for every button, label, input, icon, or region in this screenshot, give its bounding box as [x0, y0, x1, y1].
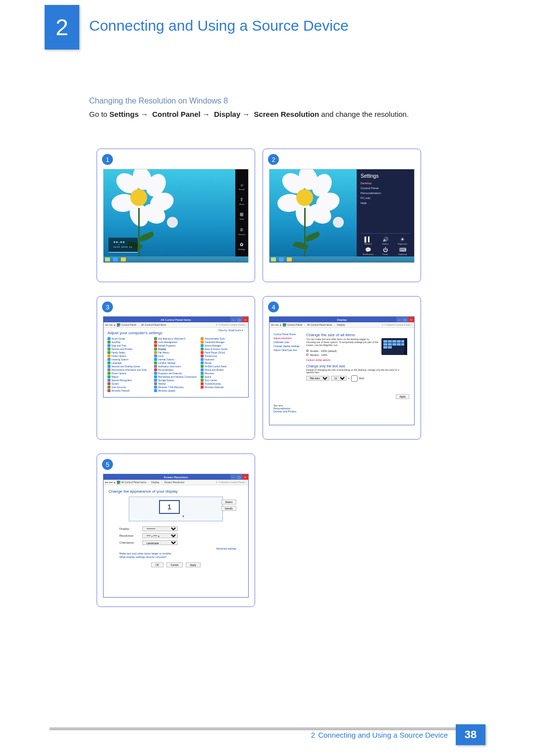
identify-button[interactable]: Identify	[221, 506, 236, 511]
cp-item[interactable]: Keyboard	[201, 358, 244, 361]
cp-item[interactable]: Speech Recognition	[107, 379, 151, 382]
quick-volume[interactable]: 🔊Volume	[378, 237, 393, 245]
advanced-settings-link[interactable]: Advanced settings	[108, 547, 236, 550]
cp-item[interactable]: Family Safety	[107, 351, 151, 354]
quick-keyboard[interactable]: ⌨Keyboard	[395, 247, 410, 255]
search-input[interactable]: Search Control Panel	[387, 323, 411, 326]
cp-item[interactable]: Folder Options	[107, 354, 151, 357]
address-bar[interactable]: ⟵ ⟶ ▲ Control Panel All Control Panel It…	[104, 322, 248, 328]
settings-icon[interactable]: ✿	[238, 241, 245, 248]
cp-item[interactable]: Sound	[201, 375, 244, 378]
window-titlebar[interactable]: Display – ▢ ×	[269, 317, 414, 322]
cp-item[interactable]: Location Settings	[154, 361, 198, 364]
search-input[interactable]: Search Control Panel	[221, 481, 245, 484]
text-size-link[interactable]: Make text and other items larger or smal…	[119, 552, 243, 555]
cp-item[interactable]: Indexing Options	[107, 358, 151, 361]
settings-item-help[interactable]: Help	[361, 201, 410, 205]
close-button[interactable]: ×	[242, 474, 248, 480]
cp-item[interactable]: Credential Manager	[201, 341, 244, 344]
resolution-select[interactable]: **** × **** ▾	[142, 533, 178, 538]
cp-item[interactable]: Action Center	[107, 337, 151, 340]
taskbar[interactable]	[104, 256, 248, 262]
cp-item[interactable]: Power Options	[107, 372, 151, 375]
cp-item[interactable]: Ease of Access Center	[201, 348, 244, 351]
apply-button[interactable]: Apply	[396, 394, 409, 399]
maximize-button[interactable]: ▢	[236, 474, 242, 480]
minimize-button[interactable]: –	[396, 317, 402, 322]
cp-item[interactable]: System	[107, 382, 151, 385]
cp-item[interactable]: RemoteApp and Desktop Connections	[154, 375, 198, 378]
address-bar[interactable]: ⟵ ⟶ ▲ Control Panel All Control Panel It…	[269, 322, 414, 328]
cp-item[interactable]: Windows Firewall	[107, 389, 151, 392]
detect-button[interactable]: Detect	[221, 500, 236, 504]
cp-item[interactable]: Windows Update	[154, 389, 198, 392]
size-option-small[interactable]: Smaller - 100% (default)	[306, 350, 378, 353]
settings-item-personalization[interactable]: Personalization	[361, 191, 410, 196]
ok-button[interactable]: OK	[151, 562, 163, 567]
window-titlebar[interactable]: All Control Panel Items – ▢ ×	[104, 317, 248, 322]
taskbar[interactable]	[269, 256, 414, 262]
display-select[interactable]: *********	[142, 526, 178, 531]
cp-item[interactable]: Troubleshooting	[201, 382, 244, 385]
quick-power[interactable]: ⏻Power	[378, 247, 393, 255]
cp-item[interactable]: Flash Player (32-bit)	[201, 351, 244, 354]
share-icon[interactable]: ⇪	[238, 196, 245, 203]
bold-checkbox[interactable]	[351, 375, 358, 382]
see-also-link[interactable]: Devices and Printers	[273, 410, 296, 413]
item-select[interactable]: Title bars	[306, 376, 329, 381]
cp-item[interactable]: Fonts	[154, 354, 198, 357]
cp-item[interactable]: Mouse	[201, 361, 244, 364]
cancel-button[interactable]: Cancel	[166, 562, 183, 567]
minimize-button[interactable]: –	[230, 317, 236, 322]
start-icon[interactable]: ⊞	[238, 211, 245, 218]
cp-item[interactable]: Default Programs	[154, 344, 198, 347]
monitor-1[interactable]: 1	[159, 500, 180, 514]
cp-item[interactable]: Color Management	[154, 341, 198, 344]
cp-item[interactable]: Personalization	[154, 368, 198, 371]
cp-item[interactable]: Language	[107, 361, 151, 364]
cp-item[interactable]: Storage Spaces	[154, 379, 198, 382]
cp-item[interactable]: Windows Defender	[201, 386, 244, 389]
address-bar[interactable]: ⟵ ⟶ ▲ All Control Panel Items Display Sc…	[104, 480, 248, 485]
cp-item[interactable]: Sync Center	[201, 379, 244, 382]
cp-item[interactable]: Network and Sharing Center	[107, 365, 151, 368]
display-help-link[interactable]: What display settings should I choose?	[119, 555, 243, 558]
cp-item[interactable]: HomeGroup	[201, 354, 244, 357]
cp-item[interactable]: Internet Options	[154, 358, 198, 361]
cp-item[interactable]: Devices and Printers	[107, 348, 151, 351]
devices-icon[interactable]: ⎚	[238, 226, 245, 233]
settings-item-control-panel[interactable]: Control Panel	[361, 186, 410, 191]
apply-button[interactable]: Apply	[186, 562, 201, 567]
settings-item-desktop[interactable]: Desktop	[361, 181, 410, 186]
cp-item[interactable]: NVIDIA Control Panel	[201, 365, 244, 368]
custom-sizing-link[interactable]: Custom sizing options	[306, 358, 407, 361]
cp-item[interactable]: Notification Area Icons	[154, 365, 198, 368]
sidebar-link[interactable]: Control Panel Home	[273, 333, 301, 336]
settings-item-pc-info[interactable]: PC info	[361, 196, 410, 201]
sidebar-link[interactable]: Change display settings	[273, 345, 301, 348]
maximize-button[interactable]: ▢	[236, 317, 242, 322]
minimize-button[interactable]: –	[230, 474, 236, 480]
quick-brightness[interactable]: ☀Brightness	[395, 237, 410, 245]
cp-item[interactable]: Display	[154, 348, 198, 351]
close-button[interactable]: ×	[242, 317, 248, 322]
quick-notifications[interactable]: 💬Notifications	[361, 247, 376, 255]
cp-item[interactable]: AutoPlay	[107, 341, 151, 344]
cp-item[interactable]: User Accounts	[107, 386, 151, 389]
cp-item[interactable]: Device Manager	[201, 344, 244, 347]
maximize-button[interactable]: ▢	[402, 317, 408, 322]
search-input[interactable]: Search Control Panel	[221, 323, 245, 326]
cp-item[interactable]: Region	[107, 375, 151, 378]
orientation-select[interactable]: Landscape	[142, 540, 178, 545]
cp-item[interactable]: Taskbar	[154, 382, 198, 385]
search-icon[interactable]: ⌕	[238, 181, 245, 188]
cp-item[interactable]: Performance Information and Tools	[107, 368, 151, 371]
cp-item[interactable]: Add features to Windows 8	[154, 337, 198, 340]
view-by-dropdown[interactable]: View by: Small icons ▾	[218, 329, 243, 332]
sidebar-link-adjust-resolution[interactable]: Adjust resolution	[273, 337, 301, 340]
cp-item[interactable]: Recovery	[201, 372, 244, 375]
cp-item[interactable]: File History	[154, 351, 198, 354]
cp-item[interactable]: Programs and Features	[154, 372, 198, 375]
cp-item[interactable]: Date and Time	[107, 344, 151, 347]
sidebar-link[interactable]: Adjust ClearType text	[273, 349, 301, 352]
